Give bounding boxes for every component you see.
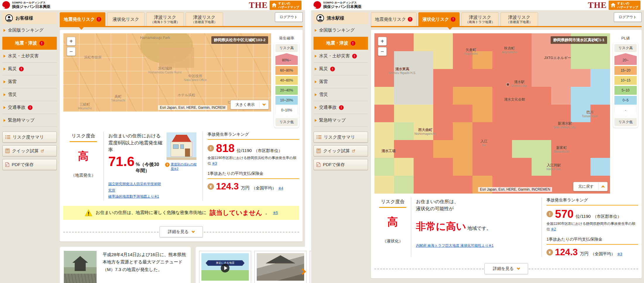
map-zoom-controls: + − — [378, 37, 387, 56]
save-pdf-button[interactable]: PPDFで保存 — [2, 159, 57, 170]
kumamoto-event-card: 平成28年 熊本地震 平成28年4月14日および16日に、熊本県熊本地方を震源と… — [60, 247, 191, 283]
alert-badge-icon — [351, 41, 355, 46]
sidebar-item-emergency-map[interactable]: 緊急時マップ — [2, 114, 57, 127]
risk-summary-row: リスク度合 高 （液状化） お住まいの住所は、 液状化の可能性が 非常に高い 地… — [374, 198, 638, 257]
rank-note-link[interactable]: ※2 — [551, 227, 556, 231]
quick-estimate-button[interactable]: クイック試算 — [314, 145, 368, 156]
sidebar-item-earthquake-tsunami[interactable]: 地震・津波 — [2, 37, 57, 50]
legend-item: 5~10 — [614, 86, 637, 95]
tab-tsunami-capital[interactable]: 津波リスク（首都直下地震） — [501, 12, 538, 26]
panel-liquefaction-risk: SOMPO ホールディングス 損保ジャパン日本興亜 THE すまいのハザードマッ… — [311, 0, 644, 283]
zoom-in-button[interactable]: + — [378, 37, 387, 46]
map-viewport[interactable]: 矢倉町Yaguracho 清水東高Shimizu Higashi H.S. 秋吉… — [374, 33, 610, 194]
sidebar-item-lightning[interactable]: 落雷 — [2, 75, 57, 88]
map-viewport[interactable]: Hamamatsujo Park 浜松城跡Hamamatsu Castle Ru… — [63, 33, 271, 112]
sidebar-item-lightning[interactable]: 落雷 — [314, 75, 368, 88]
risk-category: （液状化） — [374, 239, 411, 244]
yen-icon — [208, 183, 214, 190]
sidebar-item-traffic-accident[interactable]: 交通事故 — [2, 101, 57, 114]
map-zoom-controls: + − — [67, 37, 76, 56]
tab-tsunami-nankai[interactable]: 津波リスク（南海トラフ地震） — [146, 12, 184, 26]
zoom-in-button[interactable]: + — [67, 37, 76, 46]
chevron-right-icon — [4, 55, 6, 58]
tab-bar: 地震発生リスク 液状化リスク 津波リスク（南海トラフ地震） 津波リスク（首都直下… — [371, 12, 642, 26]
sidebar-item-wind[interactable]: 風災 — [2, 63, 57, 75]
risk-card: Hamamatsujo Park 浜松城跡Hamamatsu Castle Ru… — [60, 30, 303, 241]
sidebar-item-wind[interactable]: 風災 — [314, 63, 368, 75]
sidebar-item-flood-landslide[interactable]: 水災・土砂災害 — [2, 50, 57, 63]
legend-item: 40~60% — [275, 76, 298, 85]
hazardmap-logo: THE すまいのハザードマップ — [249, 1, 302, 10]
sidebar-item-snow[interactable]: 雪災 — [2, 88, 57, 101]
risk-desc-line1: お住まいの住所は、 — [416, 198, 537, 205]
source-link-1[interactable]: 国立研究開発法人防災科学技術研究所 — [108, 182, 161, 192]
sidebar-item-national-ranking[interactable]: 全国版ランキング — [2, 24, 57, 37]
source-link[interactable]: 内閣府 南海トラフ巨大地震 液状化可能性より※1 — [416, 244, 494, 248]
sidebar-item-traffic-accident[interactable]: 交通事故 — [314, 101, 368, 114]
ranking-title: 事故発生率ランキング — [547, 198, 638, 206]
sidebar-item-snow[interactable]: 雪災 — [314, 88, 368, 101]
warning-link[interactable]: ※5 — [273, 211, 278, 215]
payout-link[interactable]: ※3 — [617, 252, 622, 256]
media-item-building-damage[interactable]: 地震による建物損壊（一戸建） — [254, 251, 306, 283]
user-name: お客様様 — [16, 15, 33, 21]
enlarge-map-button[interactable]: 大きく表示 — [230, 100, 269, 109]
tab-liquefaction-risk[interactable]: 液状化リスク — [107, 12, 145, 26]
show-details-button[interactable]: 詳細を見る — [484, 263, 528, 274]
the-logo-text: THE — [588, 1, 607, 9]
tab-liquefaction-risk[interactable]: 液状化リスク — [418, 12, 460, 26]
sidebar-item-flood-landslide[interactable]: 水災・土砂災害 — [314, 50, 368, 63]
tab-underline — [60, 26, 303, 27]
risk-summary-button[interactable]: リスク度サマリ — [2, 132, 57, 143]
zoom-out-button[interactable]: − — [378, 47, 387, 56]
tab-earthquake-risk[interactable]: 地震発生リスク — [371, 12, 417, 26]
main-content: 地震発生リスク 液状化リスク 津波リスク（南海トラフ地震） 津波リスク（首都直下… — [60, 12, 303, 283]
map-address-label: 静岡県浜松市中区元城町103-2 — [211, 36, 268, 44]
payout-link[interactable]: ※4 — [278, 186, 283, 190]
zoom-out-button[interactable]: − — [67, 47, 76, 56]
sompo-holdings-text: SOMPO ホールディングス — [12, 1, 50, 4]
user-box: お客様様 — [2, 12, 57, 24]
media-item-video[interactable]: 身近に迫る地震 【動画】身近に迫る地震 — [199, 251, 251, 283]
rank-alert-icon — [547, 211, 553, 217]
tab-earthquake-risk[interactable]: 地震発生リスク — [60, 12, 105, 26]
payout-unit: （全国平均） — [252, 186, 276, 191]
warning-strong-text: 該当していません — [210, 208, 262, 217]
house-icon — [610, 3, 616, 8]
rank-note-link[interactable]: ※3 — [212, 161, 217, 165]
sidebar-item-earthquake-tsunami[interactable]: 地震・津波 — [314, 37, 368, 50]
warning-text: お住まいの住所は、地震時に著しく危険な密集市街地に — [96, 210, 207, 215]
legend-item: 0~5 — [614, 96, 637, 105]
legend-item: - — [614, 106, 637, 117]
save-pdf-button[interactable]: PPDFで保存 — [314, 159, 368, 170]
quick-estimate-button[interactable]: クイック試算 — [2, 145, 57, 156]
help-icon — [165, 163, 169, 167]
logout-button[interactable]: ログアウト — [275, 12, 303, 22]
show-details-button[interactable]: 詳細を見る — [160, 226, 203, 237]
risk-summary-button[interactable]: リスク度サマリ — [314, 132, 368, 143]
sompo-mark-icon — [314, 1, 321, 9]
chevron-right-icon — [4, 119, 6, 122]
tab-tsunami-nankai[interactable]: 津波リスク（南海トラフ地震） — [461, 12, 499, 26]
payout-title: 1事故あたりの平均支払保険金 — [547, 237, 638, 245]
sidebar-item-national-ranking[interactable]: 全国版ランキング — [314, 24, 368, 37]
logout-button[interactable]: ログアウト — [614, 12, 642, 22]
shaking-degree-link[interactable]: 震度別の揺れの程度※2 — [171, 162, 198, 171]
source-link-2[interactable]: 確率論的地震動予測地図より※1 — [108, 194, 159, 199]
probability-value: 71.6 — [108, 154, 135, 169]
probability-suffix: %（今後30年間） — [136, 162, 163, 174]
sompo-logo: SOMPO ホールディングス 損保ジャパン日本興亜 — [314, 1, 362, 9]
hazardmap-badge: すまいのハザードマップ — [270, 1, 302, 10]
tab-tsunami-capital[interactable]: 津波リスク（首都直下地震） — [186, 12, 223, 26]
reset-map-button[interactable]: 元に戻す — [573, 182, 608, 191]
risk-level-heading: リスク度合 — [379, 199, 406, 208]
the-logo-text: THE — [249, 1, 268, 9]
liquefaction-tiles — [374, 33, 610, 194]
payout-suffix: 万円 — [580, 251, 589, 257]
risk-desc-line1: お住まいの住所における — [108, 132, 163, 139]
sidebar-item-emergency-map[interactable]: 緊急時マップ — [314, 114, 368, 127]
warning-icon — [85, 209, 93, 216]
header: SOMPO ホールディングス 損保ジャパン日本興亜 THE すまいのハザードマッ… — [0, 0, 305, 11]
chevron-right-icon — [4, 29, 6, 32]
rank-note: 全国1190市区郡における静岡県静岡市の事故発生率の順位 — [547, 222, 636, 231]
